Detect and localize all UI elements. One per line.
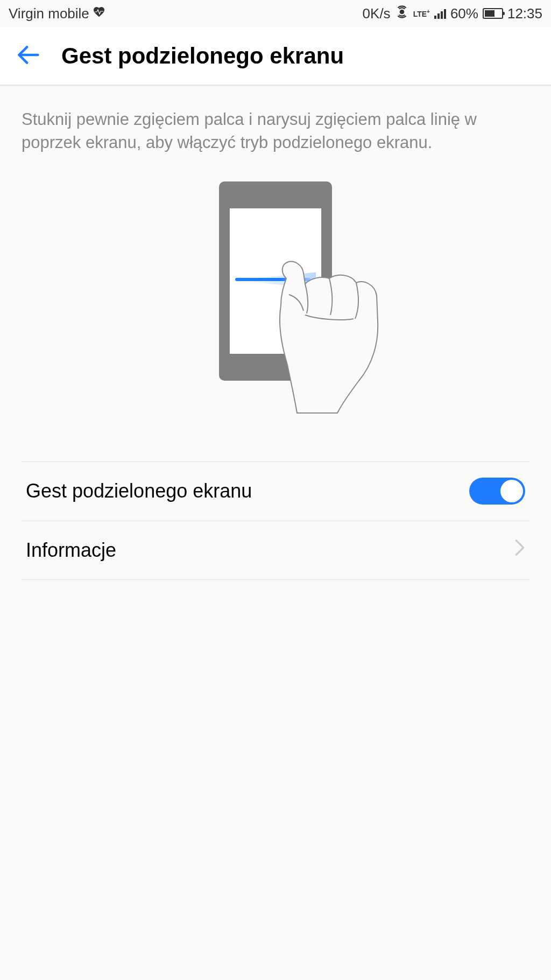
carrier-label: Virgin mobile xyxy=(9,5,89,22)
svg-point-0 xyxy=(400,10,404,13)
description-text: Stuknij pewnie zgięciem palca i narysuj … xyxy=(22,108,529,155)
status-right: 0K/s LTE+ 60% 12:35 xyxy=(363,5,542,23)
split-screen-gesture-row: Gest podzielonego ekranu xyxy=(22,461,529,521)
information-row[interactable]: Informacje xyxy=(22,521,529,580)
clock: 12:35 xyxy=(507,5,542,22)
information-label: Informacje xyxy=(26,539,116,562)
app-header: Gest podzielonego ekranu xyxy=(0,27,551,86)
chevron-right-icon xyxy=(514,538,525,562)
page-title: Gest podzielonego ekranu xyxy=(61,43,344,69)
split-screen-gesture-toggle[interactable] xyxy=(469,478,525,505)
toggle-knob xyxy=(500,480,523,502)
network-type: LTE+ xyxy=(413,9,430,18)
gesture-illustration xyxy=(22,181,529,418)
data-speed: 0K/s xyxy=(363,5,391,22)
back-button[interactable] xyxy=(16,43,40,69)
hand-icon xyxy=(265,246,405,421)
battery-icon xyxy=(483,8,503,19)
content-area: Stuknij pewnie zgięciem palca i narysuj … xyxy=(0,86,551,580)
status-bar: Virgin mobile 0K/s LTE+ 60% 12:35 xyxy=(0,0,551,27)
signal-icon xyxy=(434,8,446,19)
split-screen-gesture-label: Gest podzielonego ekranu xyxy=(26,480,252,502)
heart-icon xyxy=(93,5,105,22)
battery-percent: 60% xyxy=(450,5,478,22)
status-left: Virgin mobile xyxy=(9,5,105,22)
hotspot-icon xyxy=(395,5,409,23)
